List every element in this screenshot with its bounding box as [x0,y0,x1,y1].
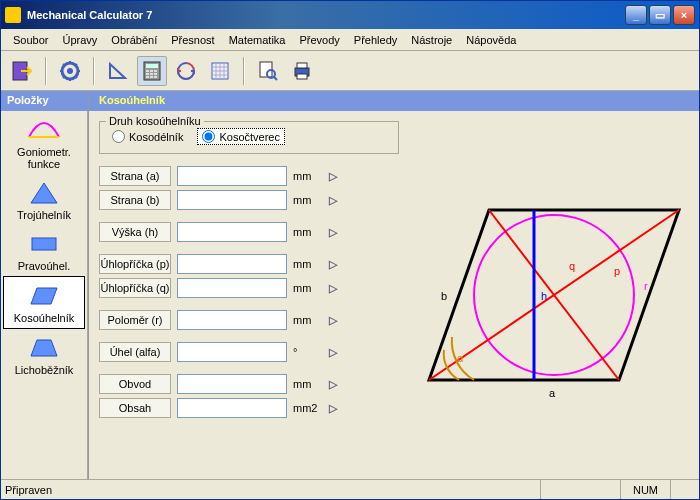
input-uhlop-q[interactable] [177,278,287,298]
label-polomer-r[interactable]: Poloměr (r) [99,310,171,330]
sidebar-header: Položky [1,91,88,111]
toolbar-print-button[interactable] [287,56,317,86]
toolbar [1,51,699,91]
menu-soubor[interactable]: Soubor [7,32,54,48]
svg-line-10 [63,76,65,78]
input-uhlop-p[interactable] [177,254,287,274]
label-vyska-h[interactable]: Výška (h) [99,222,171,242]
svg-rect-36 [32,238,56,250]
expand-icon[interactable]: ▷ [329,314,337,327]
sidebar-item-label: Trojúhelník [1,209,87,221]
window-title: Mechanical Calculator 7 [27,9,625,21]
menu-matematika[interactable]: Matematika [223,32,292,48]
menu-napoveda[interactable]: Nápověda [460,32,522,48]
toolbar-calculator-button[interactable] [137,56,167,86]
sidebar-item-trojuhelnik[interactable]: Trojúhelník [1,174,87,225]
unit-mm: mm [293,194,323,206]
close-button[interactable]: × [673,5,695,25]
svg-rect-15 [154,70,157,72]
toolbar-triangle-button[interactable] [103,56,133,86]
maximize-button[interactable]: ▭ [649,5,671,25]
toolbar-settings-button[interactable] [55,56,85,86]
svg-line-31 [274,77,277,80]
menu-upravy[interactable]: Úpravy [56,32,103,48]
expand-icon[interactable]: ▷ [329,282,337,295]
svg-rect-13 [146,70,149,72]
unit-mm: mm [293,314,323,326]
menu-presnost[interactable]: Přesnost [165,32,220,48]
menu-nastroje[interactable]: Nástroje [405,32,458,48]
field-obvod: Obvod mm ▷ [99,374,399,394]
svg-text:α: α [457,352,464,364]
input-polomer-r[interactable] [177,310,287,330]
unit-deg: ° [293,346,323,358]
label-uhel-alfa[interactable]: Úhel (alfa) [99,342,171,362]
titlebar: Mechanical Calculator 7 _ ▭ × [1,1,699,29]
expand-icon[interactable]: ▷ [329,402,337,415]
input-strana-a[interactable] [177,166,287,186]
field-polomer-r: Poloměr (r) mm ▷ [99,310,399,330]
svg-rect-16 [146,73,149,75]
label-strana-b[interactable]: Strana (b) [99,190,171,210]
radio-kosodelnik[interactable]: Kosodélník [108,128,187,145]
expand-icon[interactable]: ▷ [329,170,337,183]
svg-rect-33 [297,63,307,68]
status-text: Připraven [5,484,540,496]
svg-rect-20 [150,76,153,78]
svg-rect-14 [150,70,153,72]
menu-obrabeni[interactable]: Obrábění [105,32,163,48]
input-obsah[interactable] [177,398,287,418]
svg-rect-18 [154,73,157,75]
label-uhlop-p[interactable]: Úhlopříčka (p) [99,254,171,274]
expand-icon[interactable]: ▷ [329,258,337,271]
sidebar-item-label: Lichoběžník [1,364,87,376]
field-strana-b: Strana (b) mm ▷ [99,190,399,210]
expand-icon[interactable]: ▷ [329,194,337,207]
expand-icon[interactable]: ▷ [329,346,337,359]
toolbar-preview-button[interactable] [253,56,283,86]
label-obsah[interactable]: Obsah [99,398,171,418]
minimize-button[interactable]: _ [625,5,647,25]
label-uhlop-q[interactable]: Úhlopříčka (q) [99,278,171,298]
sidebar-item-lichobeznik[interactable]: Lichoběžník [1,329,87,380]
rectangle-icon [27,231,61,257]
unit-mm: mm [293,258,323,270]
svg-text:q: q [569,260,575,272]
svg-line-39 [489,210,619,380]
input-uhel-alfa[interactable] [177,342,287,362]
radio-kosoctverec[interactable]: Kosočtverec [197,128,285,145]
field-uhlop-p: Úhlopříčka (p) mm ▷ [99,254,399,274]
toolbar-grid-button[interactable] [205,56,235,86]
label-strana-a[interactable]: Strana (a) [99,166,171,186]
toolbar-refresh-button[interactable] [171,56,201,86]
svg-line-9 [75,64,77,66]
triangle-icon [27,180,61,206]
label-obvod[interactable]: Obvod [99,374,171,394]
svg-text:p: p [614,265,620,277]
sidebar-item-goniometr[interactable]: Goniometr. funkce [1,111,87,174]
svg-text:a: a [549,387,556,399]
sidebar-item-kosouhelnik[interactable]: Kosoúhelník [3,276,85,329]
sidebar-item-label: Goniometr. funkce [1,146,87,170]
expand-icon[interactable]: ▷ [329,226,337,239]
field-uhel-alfa: Úhel (alfa) ° ▷ [99,342,399,362]
expand-icon[interactable]: ▷ [329,378,337,391]
goniometr-icon [27,117,61,143]
unit-mm2: mm2 [293,402,323,414]
diagram: a b h p q r α [419,121,689,469]
input-strana-b[interactable] [177,190,287,210]
unit-mm: mm [293,226,323,238]
unit-mm: mm [293,282,323,294]
main-panel: Kosoúhelník Druh kosoúhelníku Kosodélník… [89,91,699,479]
sidebar-item-pravouhel[interactable]: Pravoúhel. [1,225,87,276]
window-controls: _ ▭ × [625,5,695,25]
input-vyska-h[interactable] [177,222,287,242]
sidebar-item-label: Pravoúhel. [1,260,87,272]
input-obvod[interactable] [177,374,287,394]
menu-prevody[interactable]: Převody [293,32,345,48]
app-icon [5,7,21,23]
svg-text:b: b [441,290,447,302]
menubar: Soubor Úpravy Obrábění Přesnost Matemati… [1,29,699,51]
toolbar-exit-button[interactable] [7,56,37,86]
menu-prehledy[interactable]: Přehledy [348,32,403,48]
